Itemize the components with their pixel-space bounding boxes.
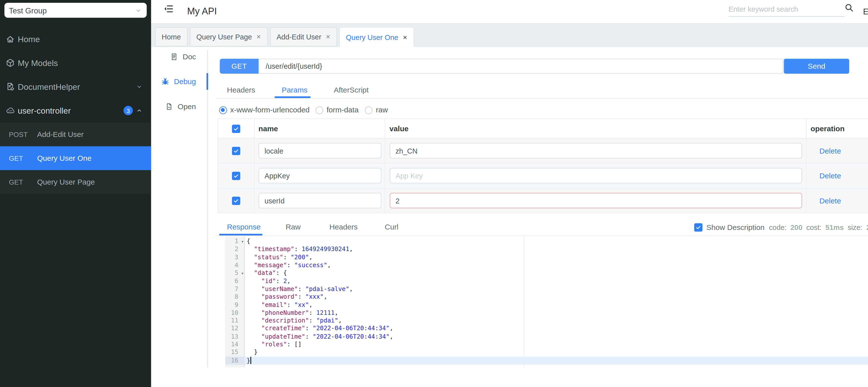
- gutter-line: 11: [225, 317, 244, 325]
- tab-home[interactable]: Home: [155, 27, 187, 47]
- param-name-cell: [254, 163, 385, 188]
- gutter-line: 7: [225, 285, 244, 293]
- code-line: "status": "200",: [244, 254, 868, 262]
- response-tab-headers[interactable]: Headers: [330, 221, 358, 233]
- param-name-cell: [254, 188, 385, 213]
- mode-nav: DocDebugOpen: [157, 44, 200, 119]
- close-icon[interactable]: ✕: [326, 34, 331, 40]
- delete-link[interactable]: Delete: [807, 172, 841, 180]
- body-type-x-www-form-urlencoded[interactable]: x-www-form-urlencoded: [219, 106, 310, 114]
- radio-unselected-icon[interactable]: [365, 106, 373, 114]
- row-checkbox[interactable]: [232, 197, 241, 205]
- endpoint-add-edit-user[interactable]: POSTAdd-Edit User: [0, 123, 151, 146]
- select-all-checkbox[interactable]: [232, 124, 241, 133]
- request-tab-headers[interactable]: Headers: [227, 83, 255, 97]
- param-row: Delete: [218, 188, 868, 213]
- mode-label: Open: [178, 102, 196, 111]
- code-line: }: [244, 357, 868, 365]
- tab-add-edit-user[interactable]: Add-Edit User✕: [270, 27, 337, 47]
- mode-label: Debug: [174, 78, 196, 86]
- response-meta-value: 254 B: [866, 223, 868, 232]
- search-icon[interactable]: [845, 3, 854, 12]
- group-select-value: Test Group: [9, 6, 135, 14]
- param-value-cell: [385, 163, 807, 188]
- gutter-line: 12: [225, 325, 244, 333]
- editor-gutter: 1▾2345▾678910111213141516: [225, 238, 244, 364]
- param-value-input[interactable]: [390, 168, 802, 184]
- url-input[interactable]: [258, 59, 783, 74]
- code-line: "email": "xx",: [244, 301, 868, 309]
- radio-unselected-icon[interactable]: [315, 106, 323, 114]
- response-meta-value: 51ms: [825, 223, 844, 232]
- page-title: My API: [187, 0, 217, 23]
- column-header-label: operation: [810, 124, 844, 133]
- mode-open[interactable]: Open: [157, 94, 200, 119]
- param-operation-cell: Delete: [807, 163, 868, 188]
- param-name-input[interactable]: [258, 193, 381, 208]
- code-line: "timestamp": 1649249930241,: [244, 246, 868, 254]
- tab-label: Query User Page: [196, 33, 252, 41]
- endpoint-query-user-one[interactable]: GETQuery User One: [0, 146, 151, 170]
- gutter-line: 15: [225, 349, 244, 357]
- sidebar-item-my-models[interactable]: My Models: [0, 51, 151, 75]
- header-search: [728, 2, 845, 17]
- editor-code[interactable]: { "timestamp": 1649249930241, "status": …: [244, 238, 868, 364]
- close-icon[interactable]: ✕: [403, 34, 407, 40]
- param-value-input[interactable]: [390, 193, 802, 208]
- group-select[interactable]: Test Group: [4, 3, 147, 18]
- body-type-label: raw: [376, 106, 388, 114]
- api-cloud-icon: API: [5, 106, 15, 115]
- radio-selected-icon[interactable]: [219, 106, 227, 114]
- tab-query-user-page[interactable]: Query User Page✕: [190, 27, 268, 47]
- request-tab-params[interactable]: Params: [282, 83, 308, 97]
- gutter-line: 13: [225, 333, 244, 341]
- top-bar: My API En: [151, 0, 868, 23]
- gutter-line: 9: [225, 301, 244, 309]
- code-line: "password": "xxx",: [244, 293, 868, 301]
- mode-doc[interactable]: Doc: [157, 44, 200, 69]
- endpoint-query-user-page[interactable]: GETQuery User Page: [0, 170, 151, 194]
- gutter-line: 4: [225, 262, 244, 269]
- search-input[interactable]: [728, 2, 845, 16]
- sidebar-item-documenthelper[interactable]: DocumentHelper: [0, 75, 151, 99]
- param-value-input[interactable]: [390, 143, 802, 158]
- row-select-cell: [218, 188, 254, 213]
- method-label: GET: [9, 178, 37, 186]
- mode-debug[interactable]: Debug: [157, 69, 200, 94]
- fold-toggle-icon[interactable]: ▾: [241, 269, 244, 277]
- send-button[interactable]: Send: [784, 59, 849, 74]
- delete-link[interactable]: Delete: [807, 197, 841, 205]
- param-name-input[interactable]: [258, 168, 381, 184]
- body-type-label: form-data: [327, 106, 359, 114]
- column-header-label: name: [258, 124, 278, 133]
- show-description-checkbox[interactable]: [694, 223, 703, 232]
- tab-query-user-one[interactable]: Query User One✕: [339, 27, 414, 47]
- endpoint-label: Query User One: [37, 154, 92, 162]
- delete-link[interactable]: Delete: [807, 147, 841, 155]
- param-row: Delete: [218, 163, 868, 188]
- row-checkbox[interactable]: [232, 172, 241, 180]
- menu-fold-icon[interactable]: [164, 4, 174, 13]
- response-meta-value: 200: [790, 223, 802, 232]
- document-helper-icon: [5, 82, 15, 92]
- response-tab-raw[interactable]: Raw: [285, 221, 301, 233]
- api-debug-app: Test Group HomeMy ModelsDocumentHelperAP…: [0, 0, 868, 387]
- gutter-line: 3: [225, 254, 244, 262]
- response-meta-label: cost:: [806, 223, 822, 232]
- sidebar-item-user-controller[interactable]: APIuser-controller3: [0, 99, 151, 123]
- row-checkbox[interactable]: [232, 147, 241, 155]
- fold-toggle-icon[interactable]: ▾: [241, 238, 244, 246]
- close-icon[interactable]: ✕: [256, 34, 261, 40]
- response-tab-response[interactable]: Response: [227, 221, 261, 233]
- param-name-input[interactable]: [258, 143, 381, 158]
- response-tab-curl[interactable]: Curl: [385, 221, 398, 233]
- language-toggle[interactable]: En: [863, 0, 868, 23]
- body-type-label: x-www-form-urlencoded: [230, 106, 310, 114]
- body-type-form-data[interactable]: form-data: [315, 106, 359, 114]
- code-line: "createTime": "2022-04-06T20:44:34",: [244, 325, 868, 333]
- sidebar-menu: HomeMy ModelsDocumentHelperAPIuser-contr…: [0, 27, 151, 122]
- body-type-raw[interactable]: raw: [365, 106, 388, 114]
- sidebar-item-home[interactable]: Home: [0, 27, 151, 51]
- open-icon: [165, 102, 173, 111]
- request-tab-afterscript[interactable]: AfterScript: [334, 83, 369, 97]
